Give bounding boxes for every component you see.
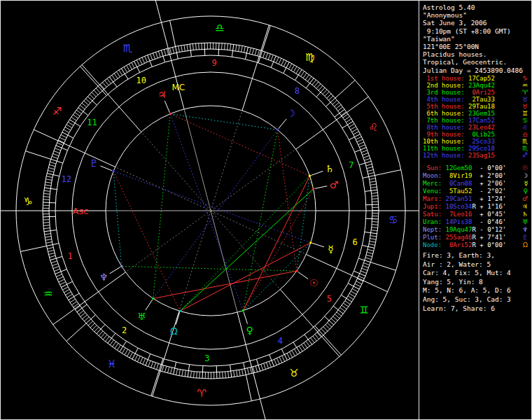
header-line-6: 121°00E 25°00N [423,43,523,50]
stats-line-4: Yang: 5, Yin: 8 [423,278,511,287]
mercury-chart-icon: ☿ [328,244,334,255]
house-row-10: 10th house: 2Sco33♏ [423,138,529,145]
jupiter-chart-icon: ♃ [158,89,167,100]
axis-mc-ic [211,211,237,312]
gemini-sign-icon: ♊ [359,304,368,316]
house-sign-icon: ♏ [522,145,528,152]
venus-degree-dot [242,309,244,312]
house-number-7: 7 [349,160,354,170]
node-degree-dot [179,310,181,312]
minor-cusp-line [115,167,211,211]
house-cusp-table: 1st house: 17Cap52♑ 2nd house: 23Aqu42♒ … [423,75,529,159]
minor-cusp-line [211,211,306,254]
leo-sign-icon: ♌ [369,121,378,134]
ascendant-label: Asc [73,206,89,216]
venus-icon: ♀ [523,188,528,195]
house-sign-icon: ♏ [522,138,528,145]
node-chart-icon: Ω [170,326,178,337]
header-line-1: Astrolog 5.40 [423,4,523,11]
mercury-degree-dot [309,241,312,244]
pluto-pointer-line [100,166,112,171]
capricorn-sign-icon: ♑ [24,195,33,208]
saturn-icon: ♄ [522,211,528,218]
planet-row-jupiter: Jupi: 10Sco34R + 1°16'♃ [423,203,529,211]
wheel-svg: ♈♉♊♋♌♍♎♏♐♑♒♓123456789101112☉☽☿♀♂♃♄♅♆♇ΩAs… [1,1,419,420]
node-icon: Ω [523,241,528,248]
house-sign-icon: ♒ [522,82,528,89]
house-row-7: 7th house: 17Can52♋ [423,117,529,124]
stats-line-3: Car: 4, Fix: 5, Mut: 4 [423,269,511,278]
house-row-1: 1st house: 17Cap52♑ [423,75,529,82]
saturn-degree-dot [309,175,311,177]
pluto-chart-icon: ♇ [90,158,99,169]
planet-row-uranus: Uran: 14Pis38 - 0°46'♅ [423,218,529,226]
house-number-11: 11 [87,118,97,127]
aspect-trine-jupiter-uranus [153,114,170,299]
saturn-pointer-line [311,172,323,176]
house-sign-icon: ♊ [522,110,528,117]
taurus-sign-icon: ♉ [289,367,298,379]
house-number-4: 4 [278,336,283,346]
house-row-8: 8th house: 23Leo42♌ [423,124,529,131]
aspect-trine-mars-node [180,189,314,312]
planet-row-venus: Venu: 5Tau52 - 2°02'♀ [423,188,529,195]
header-line-5: "Taiwan" [423,35,523,43]
stats-line-5: M: 5, N: 6, A: 5, D: 6 [423,286,511,295]
stats-line-7: Learn: 7, Share: 6 [423,304,511,314]
house-sign-icon: ♐ [522,152,528,159]
jupiter-icon: ♃ [522,203,528,210]
house-row-4: 4th house: 2Tau33♉ [423,96,529,103]
aspect-square-mercury-node [180,243,311,312]
chart-wheel-area: ♈♉♊♋♌♍♎♏♐♑♒♓123456789101112☉☽☿♀♂♃♄♅♆♇ΩAs… [1,1,419,420]
venus-chart-icon: ♀ [246,325,253,336]
uranus-degree-dot [152,298,154,300]
jupiter-pointer-line [164,101,169,113]
aspect-square-sun-uranus [153,271,297,298]
planet-row-moon: Moon: 8Vir19 + 2°00'☽ [423,172,529,180]
aspect-trine-sun-neptune [122,266,297,271]
aspect-square-venus-mars [243,189,313,311]
planet-row-saturn: Satu: 7Leo16 + 0°45'♄ [423,211,529,218]
house-number-9: 9 [211,58,216,68]
planet-row-neptune: Nept: 19Aqu47R - 0°12'♆ [423,226,529,234]
house-sign-icon: ♉ [522,96,528,103]
minor-cusp-line [125,211,211,272]
stats-line-1: Fire: 3, Earth: 3, [423,251,511,260]
moon-pointer-line [279,119,286,129]
pisces-sign-icon: ♓ [107,358,116,370]
mercury-pointer-line [312,243,324,246]
astrolog-window: ♈♉♊♋♌♍♎♏♐♑♒♓123456789101112☉☽☿♀♂♃♄♅♆♇ΩAs… [0,0,532,420]
planet-row-mars: Mars: 29Can51 + 1°24'♂ [423,195,529,203]
minor-cusp-line [211,149,296,211]
mars-icon: ♂ [522,195,528,202]
aspect-square-jupiter-saturn [170,114,309,176]
aspect-sextile-moon-jupiter [170,114,277,130]
pluto-degree-dot [112,170,114,172]
house-row-6: 6th house: 23Gem15♊ [423,110,529,117]
jupiter-degree-dot [169,113,172,115]
neptune-chart-icon: ♆ [99,272,108,283]
aspect-trine-saturn-node [180,176,309,311]
planet-row-pluto: Plut: 25Sag46R + 7°41'♇ [423,234,529,241]
uranus-pointer-line [146,300,153,310]
aspect-opposition-moon-uranus [153,130,278,298]
aspect-square-venus-saturn [243,176,309,310]
saturn-chart-icon: ♄ [325,163,334,174]
house-row-9: 9th house: 0Lib25♎ [423,131,529,138]
house-number-10: 10 [136,76,146,85]
planet-row-mercury: Merc: 0Can08 + 2°06'☿ [423,180,529,188]
aspect-sextile-mercury-venus [243,243,311,311]
house-number-1: 1 [68,251,73,261]
minor-cusp-line [179,211,211,311]
info-sidebar: Astrolog 5.40"Anonymous"Sat June 3, 2006… [419,1,532,420]
chart-header-block: Astrolog 5.40"Anonymous"Sat June 3, 2006… [423,4,523,74]
house-row-5: 5th house: 29Tau18♉ [423,103,529,110]
scorpio-sign-icon: ♏ [122,42,132,55]
house-sign-icon: ♉ [522,103,528,110]
neptune-pointer-line [110,267,120,274]
house-row-2: 2nd house: 23Aqu42♒ [423,82,529,89]
house-row-12: 12th house: 23Sag15♐ [423,152,529,159]
aries-sign-icon: ♈ [197,387,206,400]
sun-pointer-line [298,272,308,279]
planet-row-sun: Sun: 12Gem50 - 0°00'☉ [423,164,529,172]
